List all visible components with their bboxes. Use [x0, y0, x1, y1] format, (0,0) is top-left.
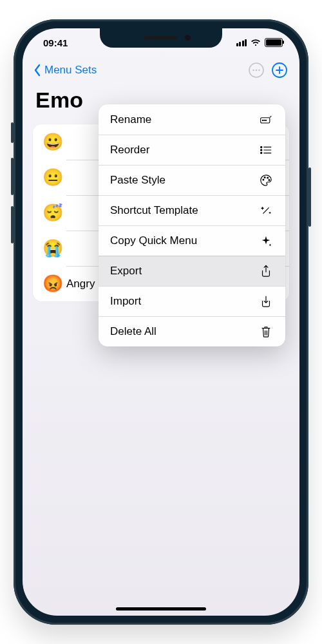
- svg-point-11: [261, 152, 262, 153]
- back-label: Menu Sets: [44, 64, 97, 77]
- svg-point-1: [252, 70, 254, 71]
- download-icon: [258, 295, 274, 308]
- svg-rect-5: [261, 117, 270, 122]
- add-button[interactable]: [270, 61, 289, 80]
- svg-point-15: [269, 179, 270, 180]
- svg-point-3: [258, 70, 260, 71]
- menu-item-label: Paste Style: [110, 174, 166, 187]
- menu-item-shortcut-template[interactable]: Shortcut Template: [99, 195, 285, 225]
- wifi-icon: [251, 39, 261, 46]
- trash-icon: [258, 325, 274, 338]
- menu-item-reorder[interactable]: Reorder: [99, 135, 285, 165]
- sparkle-icon: [258, 234, 274, 247]
- palette-icon: [258, 174, 274, 187]
- emoji-icon: 😴: [42, 203, 64, 223]
- svg-point-12: [263, 179, 264, 180]
- svg-point-7: [264, 120, 265, 120]
- phone-frame: 09:41 Menu Sets: [14, 19, 308, 625]
- rename-icon: [258, 113, 274, 126]
- nav-bar: Menu Sets: [23, 57, 299, 84]
- menu-item-export[interactable]: Export: [99, 256, 285, 286]
- home-indicator[interactable]: [116, 607, 206, 611]
- emoji-icon: 😡: [42, 274, 64, 294]
- context-menu: Rename Reorder Paste Style: [99, 104, 285, 346]
- svg-point-2: [256, 70, 258, 71]
- menu-item-copy-quick-menu[interactable]: Copy Quick Menu: [99, 225, 285, 256]
- menu-item-label: Rename: [110, 113, 151, 126]
- chevron-left-icon: [33, 64, 42, 77]
- menu-item-label: Export: [110, 265, 142, 278]
- status-time: 09:41: [43, 37, 68, 48]
- back-button[interactable]: Menu Sets: [33, 64, 97, 77]
- svg-point-13: [264, 176, 265, 178]
- notch: [100, 28, 222, 48]
- mute-switch: [11, 122, 14, 143]
- power-button: [308, 167, 311, 227]
- speaker-grille: [144, 36, 178, 40]
- menu-item-label: Import: [110, 295, 141, 308]
- svg-point-10: [261, 149, 262, 150]
- share-icon: [258, 265, 274, 278]
- svg-point-9: [261, 146, 262, 147]
- menu-item-paste-style[interactable]: Paste Style: [99, 165, 285, 195]
- menu-item-import[interactable]: Import: [99, 286, 285, 316]
- wand-icon: [258, 204, 274, 217]
- menu-item-rename[interactable]: Rename: [99, 104, 285, 135]
- emoji-icon: 😐: [42, 167, 64, 187]
- emoji-icon: 😭: [42, 238, 64, 258]
- svg-point-14: [267, 177, 269, 178]
- volume-down: [11, 206, 14, 243]
- front-camera: [184, 34, 191, 41]
- svg-point-8: [265, 120, 266, 120]
- volume-up: [11, 158, 14, 195]
- cellular-icon: [236, 39, 247, 46]
- screen: 09:41 Menu Sets: [23, 28, 299, 616]
- emoji-icon: 😀: [42, 132, 64, 152]
- ellipsis-circle-icon: [248, 62, 265, 79]
- list-icon: [258, 144, 274, 156]
- more-button[interactable]: [247, 61, 266, 80]
- battery-icon: [265, 38, 283, 47]
- menu-item-label: Delete All: [110, 325, 156, 338]
- menu-item-label: Shortcut Template: [110, 204, 198, 217]
- menu-item-label: Copy Quick Menu: [110, 234, 197, 247]
- menu-item-delete-all[interactable]: Delete All: [99, 316, 285, 346]
- menu-item-label: Reorder: [110, 144, 149, 156]
- plus-circle-icon: [271, 62, 288, 79]
- svg-point-6: [262, 120, 263, 120]
